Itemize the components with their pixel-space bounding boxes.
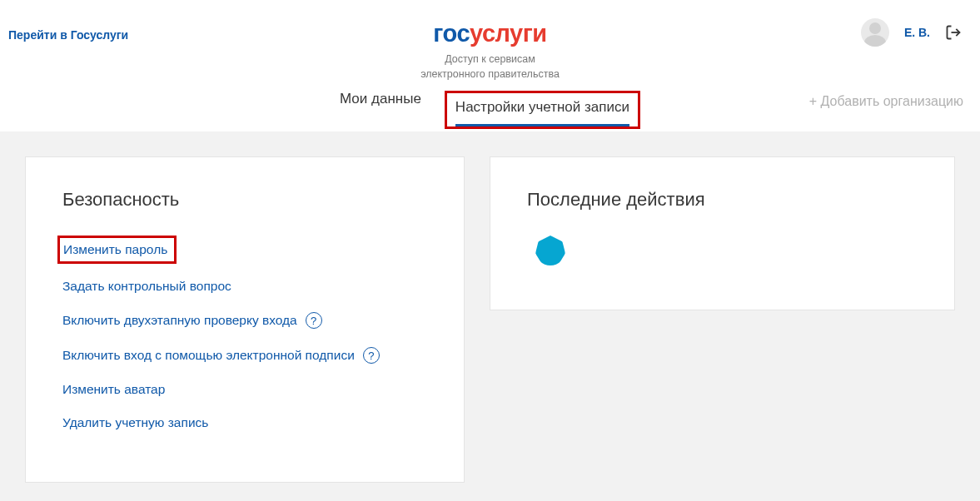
logo-block: госуслуги Доступ к сервисам электронного… — [420, 20, 560, 82]
site-logo: госуслуги — [420, 20, 560, 47]
help-icon[interactable]: ? — [306, 312, 322, 329]
goto-gosuslugi-link[interactable]: Перейти в Госуслуги — [8, 28, 128, 42]
enable-esign-link[interactable]: Включить вход с помощью электронной подп… — [62, 348, 355, 363]
user-name[interactable]: Е. В. — [904, 26, 930, 39]
highlight-change-password: Изменить пароль — [57, 236, 177, 264]
delete-account-link[interactable]: Удалить учетную запись — [62, 415, 208, 430]
change-avatar-link[interactable]: Изменить аватар — [62, 382, 165, 397]
avatar[interactable] — [861, 18, 889, 47]
add-organization-link[interactable]: + Добавить организацию — [809, 94, 963, 109]
security-title: Безопасность — [62, 189, 427, 211]
tab-account-settings[interactable]: Настройки учетной записи — [455, 99, 629, 126]
help-icon[interactable]: ? — [363, 347, 380, 364]
logo-part1: гос — [433, 20, 470, 47]
activity-card: Последние действия — [490, 156, 955, 310]
loading-spinner-icon — [535, 236, 565, 265]
tab-my-data[interactable]: Мои данные — [340, 91, 421, 129]
logo-part2: услуги — [470, 20, 547, 47]
highlight-tab: Настройки учетной записи — [445, 91, 640, 129]
activity-title: Последние действия — [527, 189, 918, 211]
security-card: Безопасность Изменить пароль Задать конт… — [25, 156, 465, 483]
enable-2fa-link[interactable]: Включить двухэтапную проверку входа — [62, 313, 297, 328]
change-password-link[interactable]: Изменить пароль — [63, 242, 167, 256]
set-question-link[interactable]: Задать контрольный вопрос — [62, 279, 231, 294]
logo-subtitle: Доступ к сервисам электронного правитель… — [420, 52, 560, 82]
logout-icon[interactable] — [945, 24, 962, 41]
